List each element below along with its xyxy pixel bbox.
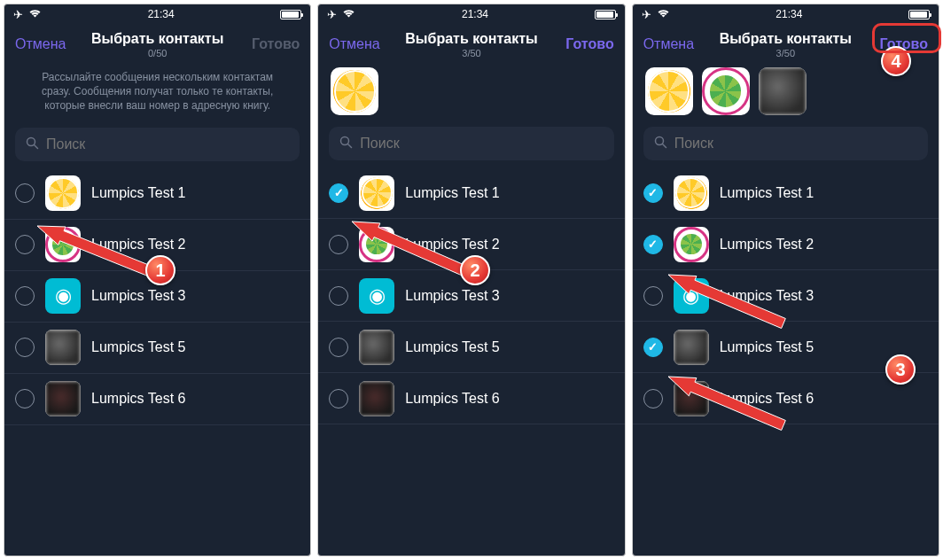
- contact-name: Lumpics Test 5: [91, 339, 185, 355]
- contact-avatar: [45, 381, 81, 416]
- contact-list: Lumpics Test 1Lumpics Test 2◉Lumpics Tes…: [4, 168, 310, 556]
- svg-line-3: [348, 144, 352, 148]
- contact-list: ✓Lumpics Test 1✓Lumpics Test 2◉Lumpics T…: [633, 167, 939, 556]
- select-checkbox[interactable]: ✓: [329, 183, 348, 203]
- select-checkbox[interactable]: [643, 286, 663, 306]
- selected-avatar[interactable]: [331, 67, 378, 115]
- select-checkbox[interactable]: [643, 389, 663, 408]
- phone-screen-2: ✈21:34ОтменаВыбрать контакты3/50Готово✓L…: [317, 4, 625, 556]
- contact-row[interactable]: Lumpics Test 2: [4, 220, 310, 271]
- status-time: 21:34: [148, 8, 175, 20]
- search-input[interactable]: [674, 136, 917, 152]
- contact-avatar: [674, 175, 709, 211]
- contact-row[interactable]: ✓Lumpics Test 2: [633, 219, 939, 270]
- contact-name: Lumpics Test 1: [720, 185, 814, 201]
- contact-name: Lumpics Test 6: [720, 391, 814, 407]
- page-title: Выбрать контакты: [700, 31, 871, 47]
- contact-name: Lumpics Test 3: [91, 288, 185, 304]
- select-checkbox[interactable]: [15, 286, 35, 306]
- contact-name: Lumpics Test 1: [405, 185, 499, 201]
- contact-row[interactable]: Lumpics Test 2: [318, 219, 624, 270]
- selection-count: 3/50: [386, 48, 557, 58]
- selected-avatar[interactable]: [759, 67, 807, 115]
- contact-row[interactable]: ◉Lumpics Test 3: [633, 270, 939, 322]
- select-checkbox[interactable]: ✓: [643, 183, 663, 203]
- contact-name: Lumpics Test 5: [720, 339, 814, 355]
- done-button: Готово: [243, 36, 300, 52]
- search-icon: [26, 136, 39, 152]
- battery-icon: [908, 10, 930, 19]
- contact-list: ✓Lumpics Test 1Lumpics Test 2◉Lumpics Te…: [318, 167, 624, 556]
- airplane-mode-icon: ✈: [642, 8, 651, 21]
- contact-avatar: [359, 330, 394, 365]
- contact-avatar: [359, 381, 394, 416]
- airplane-mode-icon: ✈: [13, 8, 23, 21]
- contact-avatar: [45, 175, 81, 211]
- svg-line-5: [662, 144, 666, 148]
- search-icon: [654, 136, 667, 152]
- nav-header: ОтменаВыбрать контакты0/50Готово: [4, 24, 310, 65]
- cancel-button[interactable]: Отмена: [15, 36, 72, 52]
- search-field[interactable]: [329, 127, 613, 160]
- selection-count: 3/50: [700, 48, 871, 58]
- contact-row[interactable]: ✓Lumpics Test 5: [633, 322, 939, 373]
- page-title: Выбрать контакты: [386, 31, 557, 47]
- select-checkbox[interactable]: [15, 235, 35, 254]
- contact-row[interactable]: Lumpics Test 6: [318, 373, 624, 424]
- phone-screen-1: ✈21:34ОтменаВыбрать контакты0/50ГотовоРа…: [4, 4, 311, 556]
- select-checkbox[interactable]: ✓: [643, 338, 663, 357]
- search-field[interactable]: [643, 127, 928, 160]
- selected-avatar[interactable]: [645, 67, 693, 115]
- contact-row[interactable]: Lumpics Test 1: [4, 168, 310, 220]
- contact-name: Lumpics Test 6: [91, 391, 185, 407]
- contact-row[interactable]: ✓Lumpics Test 1: [318, 167, 624, 219]
- select-checkbox[interactable]: [15, 183, 35, 203]
- contact-avatar: ◉: [45, 278, 81, 314]
- select-checkbox[interactable]: [329, 389, 348, 408]
- phone-screen-3: ✈21:34ОтменаВыбрать контакты3/50Готово✓L…: [632, 4, 939, 556]
- contact-name: Lumpics Test 3: [405, 288, 499, 304]
- contact-row[interactable]: Lumpics Test 5: [4, 323, 310, 374]
- contact-row[interactable]: Lumpics Test 5: [318, 322, 624, 373]
- select-checkbox[interactable]: [15, 389, 35, 408]
- cancel-button[interactable]: Отмена: [329, 36, 386, 52]
- select-checkbox[interactable]: ✓: [643, 235, 663, 254]
- contact-avatar: [674, 330, 709, 365]
- search-icon: [339, 136, 353, 152]
- contact-row[interactable]: ◉Lumpics Test 3: [318, 270, 624, 322]
- contact-row[interactable]: ◉Lumpics Test 3: [4, 271, 310, 323]
- wifi-icon: [657, 8, 670, 20]
- contact-name: Lumpics Test 2: [720, 237, 814, 253]
- search-field[interactable]: [15, 128, 300, 161]
- contact-row[interactable]: ✓Lumpics Test 1: [633, 167, 939, 219]
- wifi-icon: [28, 8, 42, 20]
- selected-contacts-strip: [318, 65, 624, 123]
- cancel-button[interactable]: Отмена: [643, 36, 700, 52]
- done-button[interactable]: Готово: [557, 36, 614, 52]
- contact-avatar: [674, 227, 709, 262]
- search-input[interactable]: [46, 136, 289, 152]
- contact-name: Lumpics Test 5: [405, 339, 499, 355]
- select-checkbox[interactable]: [329, 235, 348, 254]
- airplane-mode-icon: ✈: [327, 8, 337, 21]
- contact-avatar: [45, 227, 81, 262]
- status-time: 21:34: [775, 8, 802, 20]
- select-checkbox[interactable]: [15, 338, 35, 357]
- contact-row[interactable]: Lumpics Test 6: [633, 373, 939, 424]
- contact-name: Lumpics Test 2: [405, 237, 499, 253]
- select-checkbox[interactable]: [329, 338, 348, 357]
- nav-header: ОтменаВыбрать контакты3/50Готово: [633, 24, 939, 65]
- status-time: 21:34: [462, 8, 488, 20]
- selected-avatar[interactable]: [702, 67, 750, 115]
- contact-row[interactable]: Lumpics Test 6: [4, 374, 310, 425]
- search-input[interactable]: [360, 136, 603, 152]
- done-button[interactable]: Готово: [871, 36, 928, 52]
- select-checkbox[interactable]: [329, 286, 348, 306]
- status-bar: ✈21:34: [4, 4, 310, 24]
- contact-avatar: [674, 381, 709, 416]
- contact-name: Lumpics Test 3: [720, 288, 814, 304]
- contact-name: Lumpics Test 6: [405, 391, 499, 407]
- contact-name: Lumpics Test 1: [91, 185, 185, 201]
- contact-avatar: ◉: [359, 278, 394, 314]
- contact-avatar: [359, 175, 394, 211]
